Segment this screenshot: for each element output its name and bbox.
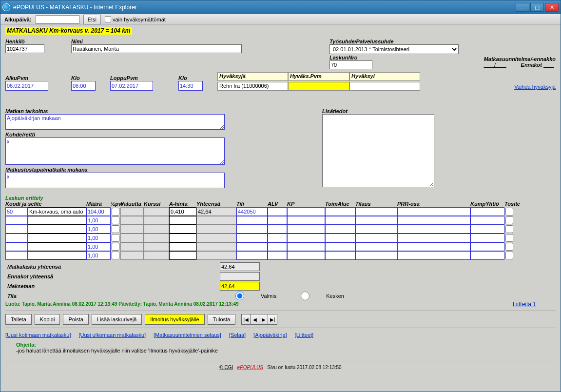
grid-cell[interactable] (196, 207, 236, 216)
link-selaa[interactable]: [Selaa] (229, 332, 246, 338)
grid-cell[interactable] (120, 242, 144, 251)
grid-cell[interactable] (470, 216, 504, 225)
grid-cell[interactable] (397, 251, 470, 260)
kopioi-button[interactable]: Kopioi (35, 314, 60, 325)
tosite-checkbox[interactable] (505, 252, 513, 259)
grid-cell[interactable] (144, 216, 169, 225)
grid-cell[interactable] (470, 225, 504, 234)
half-checkbox[interactable] (112, 234, 119, 242)
nav-next-icon[interactable]: ▶ (259, 314, 268, 324)
grid-cell[interactable] (397, 242, 470, 251)
tyosuhde-select[interactable]: 02 01.01.2013-* Toimistosihteeri (329, 44, 459, 54)
tosite-checkbox[interactable] (505, 243, 513, 251)
half-checkbox[interactable] (112, 252, 119, 259)
grid-cell[interactable] (86, 207, 111, 216)
grid-cell[interactable] (236, 225, 268, 234)
grid-cell[interactable] (120, 225, 144, 234)
grid-cell[interactable] (236, 251, 268, 260)
grid-cell[interactable] (28, 242, 86, 251)
grid-cell[interactable] (268, 251, 287, 260)
grid-cell[interactable] (287, 225, 325, 234)
tulosta-button[interactable]: Tulosta (208, 314, 236, 325)
grid-cell[interactable] (325, 225, 355, 234)
grid-cell[interactable] (325, 234, 355, 242)
grid-cell[interactable] (169, 251, 196, 260)
alkupvm-input[interactable] (5, 81, 48, 91)
grid-cell[interactable] (86, 251, 111, 260)
lisatiedot-input[interactable] (322, 114, 434, 187)
grid-cell[interactable] (86, 225, 111, 234)
grid-cell[interactable] (120, 216, 144, 225)
grid-cell[interactable] (236, 234, 268, 242)
poista-button[interactable]: Poista (63, 314, 89, 325)
tarkoitus-input[interactable] (5, 114, 225, 130)
grid-cell[interactable] (28, 207, 86, 216)
liitteita-link[interactable]: Liitteitä 1 (513, 301, 536, 308)
grid-cell[interactable] (470, 242, 504, 251)
talleta-button[interactable]: Talleta (5, 314, 32, 325)
grid-cell[interactable] (144, 225, 169, 234)
nav-last-icon[interactable]: ▶| (268, 314, 277, 324)
klo1-input[interactable] (71, 81, 96, 91)
grid-cell[interactable] (120, 207, 144, 216)
alkupaiva-input[interactable] (36, 15, 79, 24)
grid-cell[interactable] (28, 216, 86, 225)
grid-cell[interactable] (287, 251, 325, 260)
grid-cell[interactable] (196, 234, 236, 242)
nav-prev-icon[interactable]: ◀ (251, 314, 259, 324)
grid-cell[interactable] (325, 242, 355, 251)
link-matkasuun[interactable]: [Matkasuunnitelmien selaus] (154, 332, 221, 338)
grid-cell[interactable] (397, 225, 470, 234)
grid-cell[interactable] (169, 234, 196, 242)
grid-cell[interactable] (236, 242, 268, 251)
grid-cell[interactable] (28, 225, 86, 234)
grid-cell[interactable] (5, 251, 28, 260)
half-checkbox[interactable] (112, 225, 119, 233)
grid-cell[interactable] (169, 225, 196, 234)
tosite-checkbox[interactable] (505, 216, 513, 224)
grid-cell[interactable] (144, 234, 169, 242)
tosite-checkbox[interactable] (505, 234, 513, 242)
grid-cell[interactable] (196, 216, 236, 225)
link-liitteet[interactable]: [Liitteet] (295, 332, 314, 338)
tapa-input[interactable] (5, 173, 225, 188)
loppupvm-input[interactable] (110, 81, 153, 91)
grid-cell[interactable] (287, 234, 325, 242)
kohde-input[interactable] (5, 137, 225, 165)
grid-cell[interactable] (268, 225, 287, 234)
link-uusi-kotimaan[interactable]: [Uusi kotimaan matkalasku] (5, 332, 71, 338)
grid-cell[interactable] (355, 216, 397, 225)
grid-cell[interactable] (355, 225, 397, 234)
grid-cell[interactable] (470, 234, 504, 242)
half-checkbox[interactable] (112, 243, 119, 251)
tosite-checkbox[interactable] (505, 225, 513, 233)
grid-cell[interactable] (470, 251, 504, 260)
minimize-button[interactable]: — (516, 3, 529, 12)
kesken-radio-label[interactable]: Kesken (285, 292, 344, 300)
klo2-input[interactable] (178, 81, 203, 91)
grid-cell[interactable] (268, 216, 287, 225)
grid-cell[interactable] (397, 234, 470, 242)
grid-cell[interactable] (268, 234, 287, 242)
grid-cell[interactable] (236, 207, 268, 216)
ilmoitus-button[interactable]: Ilmoitus hyväksyjälle (145, 314, 204, 325)
grid-cell[interactable] (397, 207, 470, 216)
grid-cell[interactable] (28, 234, 86, 242)
grid-cell[interactable] (86, 234, 111, 242)
grid-cell[interactable] (28, 251, 86, 260)
grid-cell[interactable] (355, 251, 397, 260)
vain-checkbox[interactable] (105, 16, 111, 22)
close-button[interactable]: ✕ (545, 3, 559, 12)
tosite-checkbox[interactable] (505, 208, 513, 216)
half-checkbox[interactable] (112, 208, 119, 216)
grid-cell[interactable] (355, 234, 397, 242)
link-ajopaivakirja[interactable]: [Ajopäiväkirja] (253, 332, 287, 338)
etsi-button[interactable]: Etsi (83, 15, 101, 24)
grid-cell[interactable] (120, 234, 144, 242)
grid-cell[interactable] (169, 242, 196, 251)
grid-cell[interactable] (287, 207, 325, 216)
grid-cell[interactable] (196, 251, 236, 260)
grid-cell[interactable] (144, 242, 169, 251)
footer-cgi[interactable]: © CGI (219, 365, 233, 370)
grid-cell[interactable] (169, 216, 196, 225)
